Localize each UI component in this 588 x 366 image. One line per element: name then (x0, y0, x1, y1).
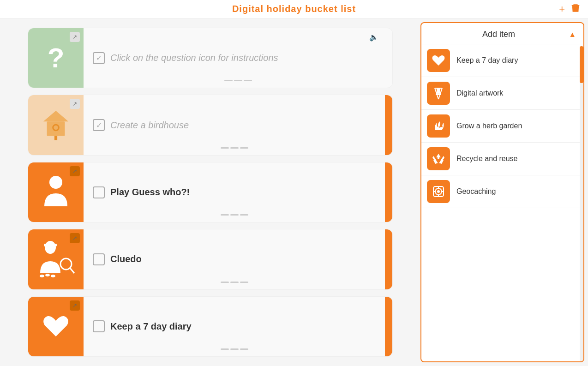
checkbox-diary[interactable] (93, 320, 105, 332)
panel-label-herb: Grow a herb garden (456, 122, 522, 130)
expand-button[interactable]: ↗ (70, 166, 80, 176)
card-birdhouse: ↗ Create a birdhouse (28, 95, 393, 155)
panel-item-recycle[interactable]: Recycle and reuse (421, 143, 583, 175)
panel-scrollbar-thumb (580, 46, 583, 83)
checkbox-guess-who[interactable] (93, 186, 105, 198)
card-label-birdhouse: Create a birdhouse (110, 120, 189, 131)
panel-chevron-icon[interactable]: ▲ (569, 30, 576, 39)
heart-icon-small (432, 54, 445, 67)
label-row: Click on the question icon for instructi… (93, 52, 383, 64)
svg-point-3 (54, 126, 58, 130)
artwork-icon (432, 86, 445, 100)
label-row: Cluedo (93, 253, 376, 265)
svg-rect-9 (44, 244, 57, 246)
card-content-guess-who: Play Guess who?! (84, 162, 385, 222)
card-dots (224, 80, 252, 81)
card-icon-diary: ↗ (28, 297, 84, 356)
add-item-panel: Add item ▲ Keep a 7 day diary (420, 22, 584, 362)
panel-label-recycle: Recycle and reuse (456, 155, 518, 163)
card-icon-question: ? ↗ (28, 28, 84, 88)
card-right-tab (385, 297, 392, 356)
card-right-tab (385, 229, 392, 289)
svg-rect-15 (437, 88, 440, 94)
card-dots (221, 348, 248, 350)
card-content-question: 🔈 Click on the question icon for instruc… (84, 28, 392, 88)
panel-icon-recycle (427, 147, 450, 170)
herb-icon (432, 119, 445, 133)
header-icons: + (559, 3, 581, 15)
person-icon (40, 174, 72, 211)
panel-label-geocaching: Geocaching (456, 187, 496, 196)
svg-point-14 (51, 275, 55, 277)
card-content-cluedo: Cluedo (84, 229, 385, 289)
panel-title: Add item (429, 30, 569, 39)
card-dots (221, 282, 248, 283)
expand-button[interactable]: ↗ (70, 32, 80, 42)
card-content-diary: Keep a 7 day diary (84, 297, 385, 356)
cards-area: ? ↗ 🔈 Click on the question icon for ins… (0, 18, 420, 366)
panel-item-geocaching[interactable]: Geocaching (421, 175, 583, 208)
checkbox-cluedo[interactable] (93, 253, 105, 265)
heart-icon (42, 312, 70, 340)
card-right-tab (385, 95, 392, 155)
panel-scrollbar[interactable] (580, 46, 583, 361)
detective-icon (33, 241, 79, 278)
panel-item-artwork[interactable]: Digital artwork (421, 77, 583, 110)
expand-button[interactable]: ↗ (70, 99, 80, 109)
sound-icon[interactable]: 🔈 (369, 33, 378, 42)
card-dots (221, 214, 248, 216)
svg-point-5 (49, 176, 62, 189)
label-row: Keep a 7 day diary (93, 320, 376, 332)
card-cluedo: ↗ Cluedo (28, 229, 393, 289)
question-mark-icon: ? (48, 42, 65, 74)
checkbox-question[interactable] (93, 52, 105, 64)
card-guess-who: ↗ Play Guess who?! (28, 162, 393, 222)
label-row: Play Guess who?! (93, 186, 376, 198)
svg-point-22 (437, 190, 440, 193)
card-dots (221, 147, 248, 149)
panel-icon-herb (427, 114, 450, 138)
card-label-guess-who: Play Guess who?! (110, 187, 190, 198)
svg-point-12 (40, 275, 44, 277)
panel-header: Add item ▲ (421, 23, 583, 44)
main-layout: ? ↗ 🔈 Click on the question icon for ins… (0, 18, 588, 366)
svg-rect-4 (54, 136, 57, 140)
panel-icon-geocaching (427, 180, 450, 203)
svg-line-11 (70, 268, 74, 273)
add-icon[interactable]: + (559, 3, 565, 15)
card-right-tab (385, 162, 392, 222)
svg-point-7 (54, 202, 57, 204)
svg-point-13 (45, 274, 50, 276)
expand-button[interactable]: ↗ (70, 233, 80, 243)
delete-icon[interactable] (570, 3, 581, 15)
panel-item-diary[interactable]: Keep a 7 day diary (421, 44, 583, 77)
expand-button[interactable]: ↗ (70, 300, 80, 311)
card-label-cluedo: Cluedo (110, 254, 142, 264)
svg-marker-0 (43, 111, 68, 121)
card-question: ? ↗ 🔈 Click on the question icon for ins… (28, 28, 393, 88)
birdhouse-icon (40, 109, 72, 141)
card-label-question: Click on the question icon for instructi… (110, 53, 278, 63)
panel-label-diary: Keep a 7 day diary (456, 56, 518, 65)
svg-point-8 (45, 241, 56, 254)
header: Digital holiday bucket list + (0, 0, 588, 18)
card-diary: ↗ Keep a 7 day diary (28, 296, 393, 357)
card-icon-guess-who: ↗ (28, 162, 84, 222)
panel-item-herb[interactable]: Grow a herb garden (421, 110, 583, 143)
card-icon-birdhouse: ↗ (28, 95, 84, 155)
page-title: Digital holiday bucket list (232, 4, 356, 14)
label-row: Create a birdhouse (93, 119, 376, 131)
panel-icon-diary (427, 49, 450, 72)
card-label-diary: Keep a 7 day diary (110, 321, 192, 332)
card-content-birdhouse: Create a birdhouse (84, 95, 385, 155)
recycle-icon (432, 152, 445, 166)
checkbox-birdhouse[interactable] (93, 119, 105, 131)
panel-icon-artwork (427, 82, 450, 105)
geocaching-icon (432, 185, 445, 198)
svg-point-10 (60, 258, 72, 270)
card-icon-cluedo: ↗ (28, 229, 84, 289)
panel-label-artwork: Digital artwork (456, 89, 503, 97)
panel-list: Keep a 7 day diary Digital artwork (421, 44, 583, 361)
